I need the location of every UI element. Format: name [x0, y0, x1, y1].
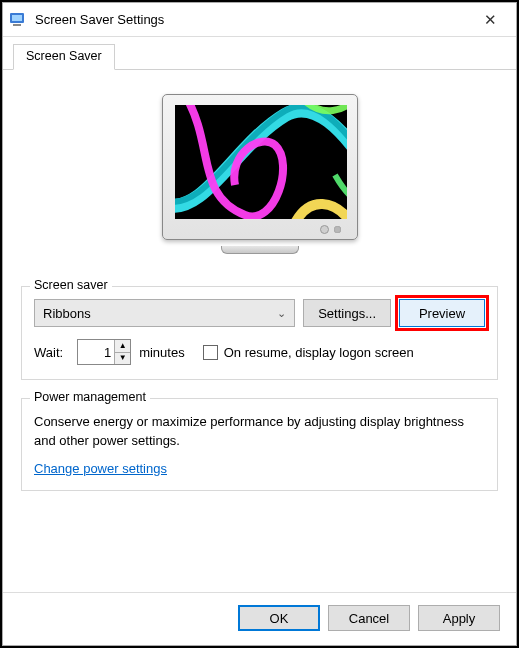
- monitor-preview: [162, 94, 358, 254]
- monitor-stand: [221, 246, 299, 254]
- svg-rect-2: [13, 24, 21, 26]
- wait-label: Wait:: [34, 345, 63, 360]
- chevron-down-icon: ⌄: [277, 307, 286, 320]
- screensaver-settings-dialog: Screen Saver Settings ✕ Screen Saver: [2, 2, 517, 646]
- preview-button[interactable]: Preview: [399, 299, 485, 327]
- tabbar: Screen Saver: [3, 37, 516, 70]
- wait-spinner[interactable]: ▲ ▼: [77, 339, 131, 365]
- dialog-button-bar: OK Cancel Apply: [3, 592, 516, 645]
- svg-rect-1: [12, 15, 22, 21]
- power-group-label: Power management: [30, 390, 150, 404]
- tab-screensaver[interactable]: Screen Saver: [13, 44, 115, 70]
- resume-checkbox[interactable]: [203, 345, 218, 360]
- resume-label: On resume, display logon screen: [224, 345, 414, 360]
- apply-button[interactable]: Apply: [418, 605, 500, 631]
- power-text: Conserve energy or maximize performance …: [34, 413, 485, 451]
- monitor-button-icon: [320, 225, 329, 234]
- cancel-button[interactable]: Cancel: [328, 605, 410, 631]
- wait-input[interactable]: [78, 340, 114, 364]
- spinner-up-icon[interactable]: ▲: [115, 340, 130, 352]
- spinner-down-icon[interactable]: ▼: [115, 352, 130, 365]
- ok-button[interactable]: OK: [238, 605, 320, 631]
- screensaver-group-label: Screen saver: [30, 278, 112, 292]
- app-icon: [9, 11, 27, 29]
- settings-button[interactable]: Settings...: [303, 299, 391, 327]
- minutes-label: minutes: [139, 345, 185, 360]
- monitor-led-icon: [334, 226, 341, 233]
- power-group: Power management Conserve energy or maxi…: [21, 398, 498, 491]
- screensaver-dropdown[interactable]: Ribbons ⌄: [34, 299, 295, 327]
- preview-area: [21, 88, 498, 278]
- titlebar: Screen Saver Settings ✕: [3, 3, 516, 37]
- screensaver-group: Screen saver Ribbons ⌄ Settings... Previ…: [21, 286, 498, 380]
- dropdown-value: Ribbons: [43, 306, 91, 321]
- close-button[interactable]: ✕: [470, 6, 510, 34]
- change-power-settings-link[interactable]: Change power settings: [34, 461, 167, 476]
- window-title: Screen Saver Settings: [35, 12, 470, 27]
